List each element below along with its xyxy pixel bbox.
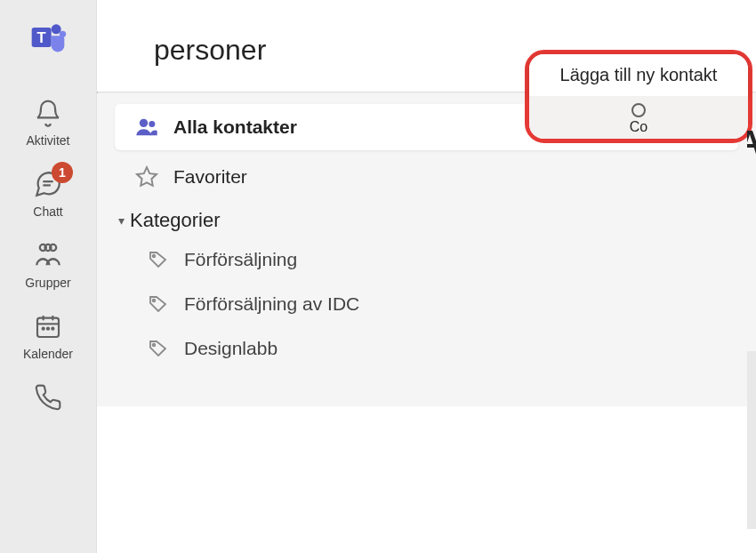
right-edge-peek: A (747, 0, 756, 553)
svg-point-20 (153, 300, 156, 302)
tag-icon (145, 291, 172, 317)
nav-label: Kalender (23, 347, 73, 361)
nav-label: Chatt (33, 204, 62, 219)
svg-point-21 (153, 344, 156, 347)
category-item[interactable]: Förförsäljning av IDC (97, 282, 756, 326)
svg-text:T: T (37, 29, 46, 45)
teams-logo-icon: T (27, 16, 69, 59)
tag-icon (145, 246, 172, 273)
svg-point-14 (47, 328, 49, 330)
category-label: Designlabb (184, 338, 277, 359)
callout-sub: Co (630, 119, 647, 135)
nav-calls[interactable] (0, 370, 96, 423)
favorites-item[interactable]: Favoriter (97, 154, 756, 200)
phone-icon (31, 381, 65, 414)
presence-circle-icon (631, 103, 646, 117)
categories-label: Kategorier (130, 209, 221, 232)
svg-point-13 (43, 328, 44, 330)
callout-title: Lägga till ny kontakt (560, 65, 718, 84)
bell-icon (31, 96, 65, 130)
add-contact-button[interactable]: Lägga till ny kontakt (529, 54, 748, 96)
svg-point-8 (44, 244, 51, 251)
nav-rail: T Aktivitet 1 (0, 0, 96, 553)
categories-header[interactable]: ▾ Kategorier (97, 200, 756, 237)
list-label: Favoriter (173, 166, 247, 188)
svg-point-17 (149, 121, 155, 127)
list-label: Alla kontakter (173, 116, 297, 138)
nav-groups[interactable]: Grupper (0, 228, 96, 299)
team-icon (31, 238, 65, 272)
people-panel: personer Alla kontakter (96, 0, 756, 553)
category-item[interactable]: Designlabb (97, 326, 756, 371)
category-label: Förförsäljning av IDC (184, 293, 359, 315)
nav-label: Grupper (25, 276, 70, 290)
category-label: Förförsäljning (184, 249, 297, 270)
svg-marker-18 (137, 167, 157, 186)
callout-bottom: Co (529, 96, 748, 139)
people-icon (133, 113, 161, 141)
svg-point-16 (140, 119, 148, 127)
star-icon (133, 163, 161, 191)
nav-activity[interactable]: Aktivitet (0, 85, 96, 156)
calendar-icon (31, 309, 65, 343)
svg-point-15 (52, 328, 53, 330)
svg-point-2 (52, 24, 61, 34)
chat-badge: 1 (52, 162, 73, 183)
nav-calendar[interactable]: Kalender (0, 299, 96, 370)
tag-icon (145, 335, 172, 362)
svg-point-19 (153, 255, 156, 258)
chevron-down-icon: ▾ (118, 213, 125, 228)
nav-chat[interactable]: 1 Chatt (0, 156, 96, 228)
right-block-peek (747, 351, 756, 529)
add-contact-callout: Lägga till ny kontakt Co (525, 50, 752, 143)
nav-label: Aktivitet (26, 133, 69, 148)
right-title-peek: A (747, 124, 756, 162)
category-item[interactable]: Förförsäljning (97, 237, 756, 282)
